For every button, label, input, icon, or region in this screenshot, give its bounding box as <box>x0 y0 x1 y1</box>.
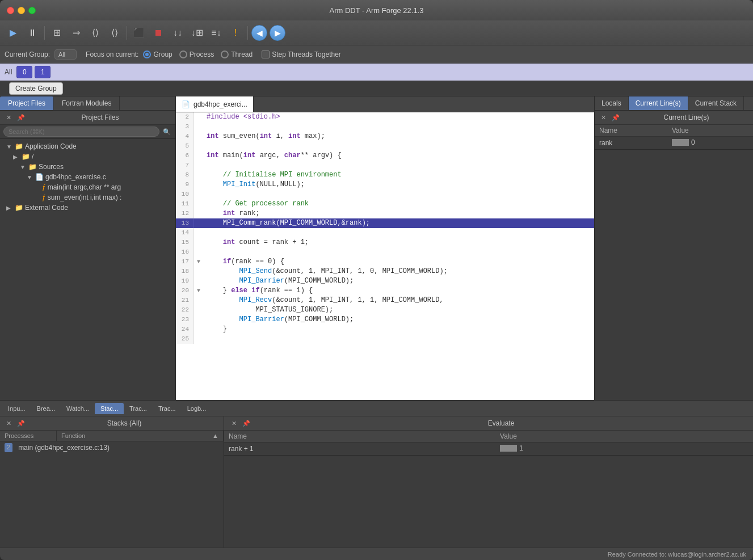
tree-label-root: / <box>32 153 33 161</box>
func-icon-main: ƒ <box>42 183 46 191</box>
tree-item-sources[interactable]: ▼ 📁 Sources <box>0 162 175 172</box>
tab-tracepoints2[interactable]: Trac... <box>153 403 182 414</box>
code-line-7: 7 <box>176 161 594 170</box>
col-name-header: Name <box>595 125 667 137</box>
search-icon[interactable]: 🔍 <box>162 127 172 137</box>
var-num-rank: 0 <box>691 138 695 146</box>
right-panel-title: Current Line(s) <box>623 113 750 121</box>
panel-pin-icon[interactable]: 📌 <box>16 112 26 123</box>
tree-arrow-gdb4hpc: ▼ <box>27 174 33 180</box>
run-button[interactable]: ▶ <box>5 24 22 41</box>
pause-button[interactable]: ⏸ <box>24 24 41 41</box>
tab-fortran-modules[interactable]: Fortran Modules <box>54 96 120 110</box>
right-panel-close-icon[interactable]: ✕ <box>598 112 608 123</box>
tab-stacks[interactable]: Stac... <box>95 403 124 414</box>
tab-tracepoints[interactable]: Trac... <box>124 403 153 414</box>
func-icon-sum: ƒ <box>42 193 46 201</box>
step-instruction-button[interactable]: ↓⊞ <box>188 24 205 41</box>
minimize-button[interactable] <box>18 7 25 14</box>
var-value-rank: 0 <box>667 137 753 150</box>
tab-locals[interactable]: Locals <box>595 96 629 110</box>
col-value-header: Value <box>667 125 753 137</box>
focus-radio-group: Group Process Thread <box>143 50 253 58</box>
main-area: Create Group Project Files Fortran Modul… <box>0 81 753 548</box>
tree-item-gdb4hpc[interactable]: ▼ 📄 gdb4hpc_exercise.c <box>0 172 175 182</box>
tree-item-main-func[interactable]: ƒ main(int argc,char ** arg <box>0 182 175 192</box>
eval-value-display: 1 <box>500 444 523 452</box>
var-value-display: 0 <box>672 138 695 146</box>
stop-button[interactable]: ⏹ <box>150 24 167 41</box>
right-panel: Locals Current Line(s) Current Stack ✕ 📌… <box>594 96 753 400</box>
evaluate-header: ✕ 📌 Evaluate <box>224 416 753 431</box>
close-button[interactable] <box>7 7 14 14</box>
thread-radio-label: Thread <box>231 50 253 58</box>
titlebar: Arm DDT - Arm Forge 22.1.3 <box>0 0 753 20</box>
traffic-lights <box>7 7 36 14</box>
step-threads-checkbox <box>262 50 270 58</box>
stacks-func-label: main (gdb4hpc_exercise.c:13) <box>18 444 219 452</box>
tab-project-files[interactable]: Project Files <box>0 96 54 110</box>
nav-forward-button[interactable]: ▶ <box>270 25 285 41</box>
tree-item-app-code[interactable]: ▼ 📁 Application Code <box>0 141 175 151</box>
step-line-button[interactable]: ↓↓ <box>169 24 186 41</box>
folder-icon-root: 📁 <box>22 153 30 161</box>
code-line-22: 22 MPI_STATUS_IGNORE); <box>176 305 594 315</box>
group-select[interactable]: All <box>54 49 77 60</box>
editor-panel: 📄 gdb4hpc_exerci... 2 #include <stdio.h>… <box>176 96 594 400</box>
var-bar-rank <box>672 139 689 146</box>
step-out-button[interactable]: ⟨⟩ <box>106 24 123 41</box>
window-title: Arm DDT - Arm Forge 22.1.3 <box>330 6 424 15</box>
right-panel-pin-icon[interactable]: 📌 <box>611 112 621 123</box>
process-0-button[interactable]: 0 <box>16 66 32 78</box>
code-line-9: 9 MPI_Init(NULL,NULL); <box>176 180 594 190</box>
folder-icon-ext-code: 📁 <box>15 204 23 212</box>
editor-tab-bar: 📄 gdb4hpc_exerci... <box>176 96 594 112</box>
tab-input[interactable]: Inpu... <box>2 403 31 414</box>
tree-item-ext-code[interactable]: ▶ 📁 External Code <box>0 203 175 213</box>
focus-process-radio[interactable]: Process <box>179 50 214 58</box>
editor-tab-gdb4hpc[interactable]: 📄 gdb4hpc_exerci... <box>176 96 254 112</box>
tab-watchpoints[interactable]: Watch... <box>61 403 95 414</box>
focus-thread-radio[interactable]: Thread <box>221 50 253 58</box>
stacks-sort-icon[interactable]: ▲ <box>212 432 218 439</box>
stacks-col-processes: Processes <box>0 431 57 441</box>
tab-logbook[interactable]: Logb... <box>182 403 212 414</box>
stacks-pin-icon[interactable]: 📌 <box>16 418 26 428</box>
step-over-button[interactable]: ⇒ <box>68 24 85 41</box>
tree-item-root[interactable]: ▶ 📁 / <box>0 151 175 162</box>
left-panel-header: ✕ 📌 Project Files <box>0 111 175 125</box>
code-area[interactable]: 2 #include <stdio.h> 3 4 int sum_even(in… <box>176 112 594 400</box>
breakpoint-button[interactable]: ⬛ <box>131 24 148 41</box>
code-line-24: 24 } <box>176 325 594 334</box>
tree-label-sum-func: sum_even(int i,int max) : <box>48 193 122 201</box>
code-line-19: 19 MPI_Barrier(MPI_COMM_WORLD); <box>176 276 594 286</box>
panel-close-icon[interactable]: ✕ <box>3 112 14 123</box>
alert-button[interactable]: ! <box>227 24 244 41</box>
file-tree: ▼ 📁 Application Code ▶ 📁 / ▼ <box>0 139 175 400</box>
stacks-col-function: Function ▲ <box>57 431 224 441</box>
eval-close-icon[interactable]: ✕ <box>229 418 239 428</box>
code-line-4: 4 int sum_even(int i, int max); <box>176 132 594 141</box>
eval-table: Name Value rank + 1 1 <box>224 431 753 456</box>
nav-back-button[interactable]: ◀ <box>251 25 267 41</box>
bottom-tabs-bar: Inpu... Brea... Watch... Stac... Trac...… <box>0 401 753 416</box>
restart-button[interactable]: ⊞ <box>48 24 65 41</box>
tree-item-sum-func[interactable]: ƒ sum_even(int i,int max) : <box>0 192 175 203</box>
tab-current-lines[interactable]: Current Line(s) <box>629 96 688 110</box>
stacks-close-icon[interactable]: ✕ <box>3 418 14 428</box>
step-into-button[interactable]: ⟨⟩ <box>87 24 104 41</box>
focus-group-radio[interactable]: Group <box>143 50 172 58</box>
tab-breakpoints[interactable]: Brea... <box>31 403 61 414</box>
thread-radio-dot <box>221 50 229 58</box>
mem-fence-button[interactable]: ≡↓ <box>208 24 225 41</box>
maximize-button[interactable] <box>28 7 36 14</box>
step-threads-together[interactable]: Step Threads Together <box>262 50 341 58</box>
create-group-button[interactable]: Create Group <box>9 82 63 95</box>
tab-current-stack[interactable]: Current Stack <box>688 96 744 110</box>
search-input[interactable] <box>3 127 159 137</box>
folder-icon-app-code: 📁 <box>15 142 23 150</box>
code-line-15: 15 int count = rank + 1; <box>176 238 594 247</box>
eval-pin-icon[interactable]: 📌 <box>241 418 251 428</box>
left-panel: Project Files Fortran Modules ✕ 📌 Projec… <box>0 96 176 400</box>
process-1-button[interactable]: 1 <box>35 66 51 78</box>
